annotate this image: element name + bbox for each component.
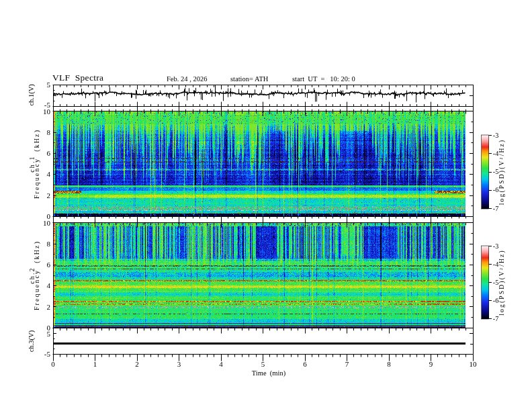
svg-text:Feb. 24 , 2026: Feb. 24 , 2026	[167, 75, 207, 83]
svg-text:-3: -3	[493, 242, 499, 250]
svg-text:ch.3(V): ch.3(V)	[28, 330, 36, 352]
svg-text:VLF Spectra: VLF Spectra	[52, 73, 103, 83]
svg-text:5: 5	[47, 330, 51, 338]
svg-text:10: 10	[470, 360, 478, 368]
svg-text:5: 5	[261, 360, 265, 368]
svg-text:7: 7	[345, 360, 349, 368]
svg-text:2: 2	[47, 303, 51, 311]
svg-text:1: 1	[93, 360, 97, 368]
svg-text:4: 4	[219, 360, 223, 368]
svg-text:2: 2	[47, 191, 51, 199]
svg-text:station= ATH: station= ATH	[230, 75, 269, 83]
svg-text:10: 10	[43, 219, 51, 227]
svg-text:8: 8	[387, 360, 391, 368]
svg-text:6: 6	[303, 360, 307, 368]
svg-text:8: 8	[47, 240, 51, 248]
svg-text:-5: -5	[44, 350, 51, 358]
svg-text:ch.2Frequency (kHz): ch.2Frequency (kHz)	[28, 240, 42, 310]
svg-text:9: 9	[429, 360, 433, 368]
svg-text:2: 2	[135, 360, 139, 368]
svg-text:8: 8	[47, 128, 51, 136]
svg-text:-7: -7	[493, 205, 499, 212]
svg-text:start UT = 10: 20: 0: start UT = 10: 20: 0	[292, 75, 355, 83]
svg-text:-3: -3	[493, 132, 499, 139]
svg-text:log(PSD)(V²/Hz): log(PSD)(V²/Hz)	[498, 249, 506, 316]
svg-text:-5: -5	[44, 101, 51, 109]
svg-text:6: 6	[47, 261, 51, 269]
svg-text:4: 4	[47, 170, 51, 178]
svg-text:ch.1Frequency (kHz): ch.1Frequency (kHz)	[28, 129, 42, 199]
svg-text:5: 5	[47, 81, 51, 89]
svg-text:log(PSD)(V²/Hz): log(PSD)(V²/Hz)	[498, 139, 506, 205]
svg-text:Time (min): Time (min)	[252, 369, 286, 377]
svg-text:0: 0	[51, 360, 55, 368]
svg-text:6: 6	[47, 149, 51, 157]
svg-text:3: 3	[177, 360, 181, 368]
svg-text:ch.1(V): ch.1(V)	[28, 84, 36, 106]
svg-text:4: 4	[47, 281, 51, 289]
